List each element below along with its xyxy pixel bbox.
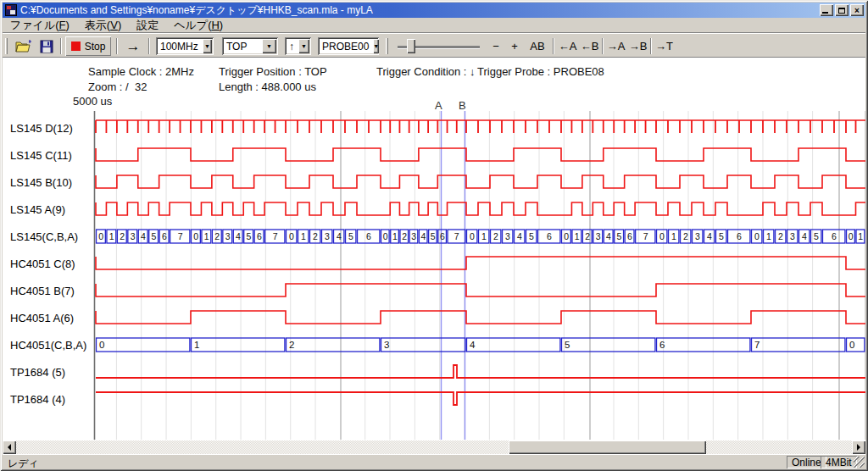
app-icon [5, 4, 17, 16]
zoom-out-button[interactable]: − [487, 36, 504, 56]
svg-text:3: 3 [384, 340, 389, 350]
trigger-edge-select[interactable]: ↑ ▼ [285, 37, 311, 55]
svg-text:4: 4 [470, 340, 476, 350]
waveform-svg[interactable]: 0123456701234567012345601234567012345601… [3, 58, 865, 454]
minus-icon: − [492, 40, 499, 53]
open-folder-icon [15, 40, 32, 53]
horizontal-scrollbar[interactable] [3, 441, 865, 454]
maximize-button[interactable] [835, 4, 849, 16]
stop-button[interactable]: Stop [65, 36, 111, 56]
svg-text:3: 3 [325, 231, 330, 241]
svg-text:5: 5 [617, 231, 622, 241]
svg-text:3: 3 [131, 231, 136, 241]
svg-text:6: 6 [366, 231, 371, 241]
svg-text:4: 4 [337, 231, 342, 241]
svg-text:4: 4 [236, 231, 241, 241]
scrollbar-thumb[interactable] [509, 441, 706, 454]
svg-text:0: 0 [193, 231, 198, 241]
svg-text:2: 2 [214, 231, 220, 241]
app-window: C:¥Documents and Settings¥noname¥デスクトップ¥… [0, 0, 868, 471]
dropdown-arrow-icon[interactable]: ▼ [298, 39, 309, 53]
svg-text:0: 0 [849, 340, 854, 350]
right-a-icon: →A [607, 40, 626, 53]
dropdown-arrow-icon[interactable]: ▼ [373, 39, 379, 53]
svg-text:5: 5 [431, 231, 436, 241]
svg-text:6: 6 [547, 231, 552, 241]
window-title: C:¥Documents and Settings¥noname¥デスクトップ¥… [20, 3, 816, 18]
svg-text:3: 3 [695, 231, 700, 241]
trigger-edge-value: ↑ [285, 41, 297, 53]
svg-text:1: 1 [766, 231, 771, 241]
toolbar-separator [60, 38, 62, 54]
svg-text:0: 0 [754, 231, 760, 241]
svg-text:4: 4 [141, 231, 146, 241]
status-bar: レディ Online 4MBit [3, 454, 865, 468]
left-b-icon: ←B [581, 40, 599, 53]
svg-text:7: 7 [178, 231, 183, 241]
channel-trace-0 [96, 120, 865, 133]
minimize-icon [822, 12, 828, 14]
scroll-left-icon [4, 444, 11, 451]
svg-text:1: 1 [109, 231, 114, 241]
toolbar-separator [116, 38, 118, 54]
dropdown-arrow-icon[interactable]: ▼ [203, 39, 212, 53]
svg-text:0: 0 [99, 340, 104, 350]
minimize-button[interactable] [820, 4, 833, 16]
close-button[interactable]: × [850, 4, 864, 16]
open-file-button[interactable] [13, 36, 34, 56]
svg-text:3: 3 [790, 231, 795, 241]
svg-text:3: 3 [505, 231, 510, 241]
dropdown-arrow-icon[interactable]: ▼ [262, 39, 276, 53]
scroll-right-button[interactable] [852, 441, 865, 454]
svg-text:0: 0 [659, 231, 665, 241]
svg-text:6: 6 [627, 231, 632, 241]
svg-text:0: 0 [289, 231, 294, 241]
zoom-in-button[interactable]: + [506, 36, 523, 56]
waveform-client-area: Sample Clock : 2MHz Trigger Position : T… [3, 58, 865, 454]
bus-cell [192, 338, 285, 352]
svg-text:7: 7 [754, 340, 760, 350]
channel-trace-2 [96, 175, 865, 188]
set-cursor-a-button[interactable]: ←A [557, 36, 578, 56]
svg-text:5: 5 [719, 231, 724, 241]
channel-trace-5 [96, 257, 865, 269]
set-cursor-b-button[interactable]: ←B [579, 36, 600, 56]
menu-item[interactable]: 設定 [129, 17, 166, 34]
trigger-probe-select[interactable]: PROBE00 ▼ [318, 37, 379, 55]
svg-text:1: 1 [481, 231, 487, 241]
title-bar[interactable]: C:¥Documents and Settings¥noname¥デスクトップ¥… [3, 3, 865, 18]
menu-item[interactable]: ファイル(F) [3, 17, 77, 34]
goto-trigger-button[interactable]: →T [654, 36, 675, 56]
svg-text:4: 4 [802, 231, 807, 241]
goto-cursor-a-button[interactable]: →A [605, 36, 626, 56]
save-file-button[interactable] [36, 36, 57, 56]
svg-text:4: 4 [606, 231, 611, 241]
svg-text:1: 1 [301, 231, 306, 241]
resize-grip[interactable] [854, 457, 865, 468]
channel-trace-3 [96, 202, 865, 215]
svg-text:5: 5 [348, 231, 353, 241]
scroll-left-button[interactable] [3, 441, 16, 454]
svg-text:2: 2 [683, 231, 688, 241]
svg-text:2: 2 [289, 340, 294, 350]
svg-text:7: 7 [643, 231, 648, 241]
svg-text:1: 1 [194, 340, 199, 350]
zoom-slider-thumb[interactable] [407, 39, 415, 53]
menu-item[interactable]: 表示(V) [77, 17, 129, 34]
toolbar-grip [5, 38, 8, 54]
goto-cursor-b-button[interactable]: →B [627, 36, 648, 56]
zoom-ab-button[interactable]: AB [526, 36, 548, 56]
run-button[interactable]: → [121, 36, 145, 56]
menu-item[interactable]: ヘルプ(H) [166, 17, 231, 34]
svg-text:2: 2 [778, 231, 783, 241]
svg-text:1: 1 [858, 231, 863, 241]
svg-text:0: 0 [470, 231, 475, 241]
menu-bar: ファイル(F)表示(V)設定ヘルプ(H) [3, 18, 865, 33]
sample-clock-select[interactable]: 100MHz ▼ [156, 37, 214, 55]
svg-text:2: 2 [585, 231, 590, 241]
svg-text:0: 0 [383, 231, 388, 241]
stop-square-icon [71, 42, 81, 51]
trigger-position-select[interactable]: TOP ▼ [222, 37, 278, 55]
bus-cell [562, 338, 655, 352]
channel-trace-1 [96, 148, 865, 161]
